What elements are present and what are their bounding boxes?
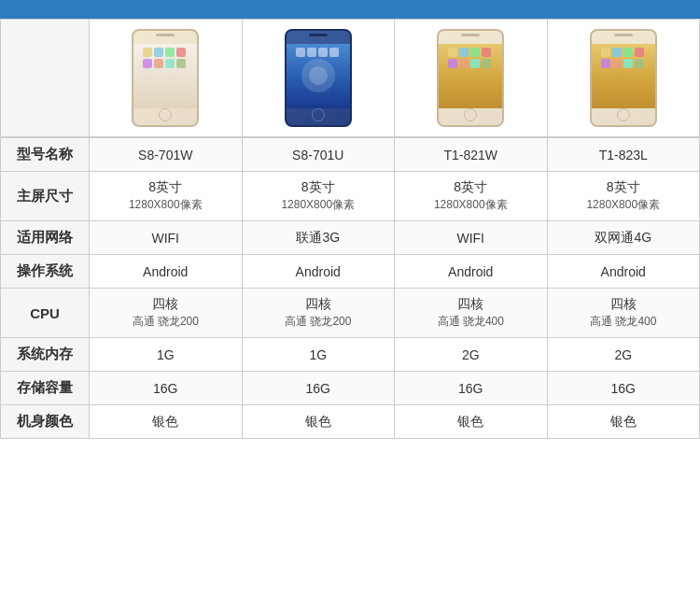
spec-value-4-3: 四核高通 骁龙400 [547,289,700,338]
spec-value-6-1: 16G [242,372,395,405]
phone-image-3 [437,29,504,127]
product-image-row [1,20,700,137]
svg-rect-4 [143,59,152,68]
spec-value-3-0: Android [90,255,243,289]
svg-rect-27 [612,59,622,68]
spec-label-5: 系统内存 [1,338,90,372]
phone-home-4 [617,108,630,121]
spec-value-2-2: WIFI [395,221,548,255]
spec-value-1-0: 8英寸1280X800像素 [90,172,243,221]
svg-rect-11 [307,48,316,57]
screen-icons-3 [446,46,495,106]
phone-wrapper-1 [95,29,236,127]
spec-value-4-1: 四核高通 骁龙200 [242,289,395,338]
phone-speaker-2 [309,34,328,36]
svg-rect-28 [623,59,633,68]
svg-rect-3 [176,48,186,57]
spec-row-2: 适用网络WIFI联通3GWIFI双网通4G [1,221,700,255]
spec-label-2: 适用网络 [1,221,90,255]
spec-row-7: 机身颜色银色银色银色银色 [1,405,700,439]
phone-speaker-1 [156,34,175,36]
svg-rect-10 [296,48,305,57]
product-col-1 [90,20,243,137]
phone-screen-1 [133,44,197,108]
svg-rect-16 [470,48,480,57]
svg-rect-24 [623,48,633,57]
svg-rect-1 [154,48,163,57]
phone-home-2 [312,108,325,121]
spec-label-6: 存储容量 [1,372,90,405]
svg-rect-19 [459,59,469,68]
spec-value-4-0: 四核高通 骁龙200 [90,289,243,338]
svg-rect-5 [154,59,163,68]
spec-value-3-1: Android [242,255,395,289]
spec-value-0-2: T1-821W [395,138,548,172]
spec-value-4-2: 四核高通 骁龙400 [395,289,548,338]
product-label [1,20,90,137]
spec-value-2-0: WIFI [90,221,243,255]
phone-wrapper-4 [553,29,694,127]
screen-icons-4 [599,46,648,106]
phone-screen-4 [592,44,655,108]
spec-value-2-1: 联通3G [242,221,395,255]
product-col-4 [547,20,700,137]
spec-value-7-1: 银色 [242,405,395,439]
svg-rect-25 [635,48,644,57]
svg-rect-17 [482,48,491,57]
svg-rect-2 [165,48,175,57]
svg-point-9 [309,66,328,85]
svg-rect-18 [448,59,457,68]
spec-label-7: 机身颜色 [1,405,90,439]
phone-speaker-4 [614,34,633,36]
spec-value-0-0: S8-701W [90,138,243,172]
phone-screen-3 [439,44,502,108]
spec-value-7-3: 银色 [547,405,700,439]
phone-image-1 [132,29,199,127]
spec-value-5-1: 1G [242,338,395,372]
phone-speaker-3 [461,34,480,36]
svg-rect-7 [176,59,186,68]
product-col-2 [242,20,395,137]
product-col-3 [395,20,548,137]
svg-rect-23 [612,48,622,57]
spec-row-0: 型号名称S8-701WS8-701UT1-821WT1-823L [1,138,700,172]
spec-value-0-1: S8-701U [242,138,395,172]
svg-rect-12 [318,48,328,57]
spec-value-1-2: 8英寸1280X800像素 [395,172,548,221]
spec-value-6-2: 16G [395,372,548,405]
spec-value-5-2: 2G [395,338,548,372]
spec-value-1-1: 8英寸1280X800像素 [242,172,395,221]
spec-value-3-3: Android [547,255,700,289]
spec-row-4: CPU四核高通 骁龙200四核高通 骁龙200四核高通 骁龙400四核高通 骁龙… [1,289,700,338]
phone-home-3 [464,108,477,121]
spec-row-1: 主屏尺寸8英寸1280X800像素8英寸1280X800像素8英寸1280X80… [1,172,700,221]
svg-rect-29 [635,59,644,68]
spec-value-5-3: 2G [547,338,700,372]
spec-value-7-0: 银色 [90,405,243,439]
svg-rect-13 [329,48,339,57]
svg-rect-20 [470,59,480,68]
svg-rect-21 [482,59,491,68]
comparison-table [0,19,700,137]
phone-wrapper-3 [400,29,541,127]
phone-home-1 [159,108,172,121]
svg-rect-15 [459,48,469,57]
svg-rect-26 [601,59,610,68]
svg-rect-14 [448,48,457,57]
spec-label-1: 主屏尺寸 [1,172,90,221]
screen-icons-1 [141,46,189,106]
spec-label-0: 型号名称 [1,138,90,172]
svg-rect-0 [143,48,152,57]
spec-row-5: 系统内存1G1G2G2G [1,338,700,372]
phone-wrapper-2 [248,29,389,127]
spec-value-2-3: 双网通4G [547,221,700,255]
spec-value-7-2: 银色 [395,405,548,439]
spec-value-1-3: 8英寸1280X800像素 [547,172,700,221]
spec-row-6: 存储容量16G16G16G16G [1,372,700,405]
phone-image-4 [590,29,657,127]
svg-rect-6 [165,59,175,68]
spec-label-4: CPU [1,289,90,338]
spec-label-3: 操作系统 [1,255,90,289]
spec-value-0-3: T1-823L [547,138,700,172]
spec-value-3-2: Android [395,255,548,289]
